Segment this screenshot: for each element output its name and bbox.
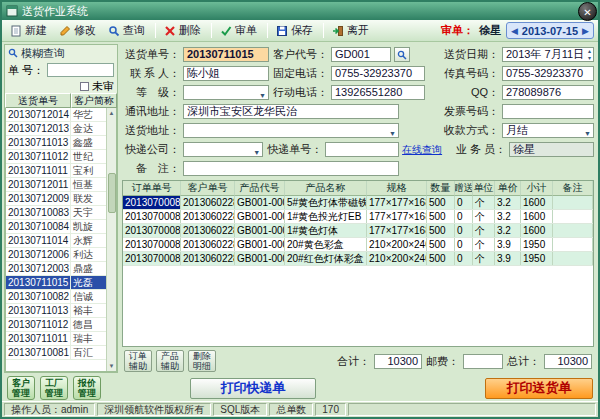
list-cell: 20130711013 [6, 137, 70, 148]
customer-search-button[interactable] [394, 47, 410, 62]
unreviewed-checkbox[interactable] [80, 82, 89, 91]
grade-select[interactable] [183, 85, 269, 100]
grid-row[interactable]: 201307000822013060228GB001-00041#黄色灯体177… [123, 224, 593, 238]
grid-cell: 210×200×240 [367, 238, 427, 251]
list-header-customer[interactable]: 客户简称 [71, 93, 117, 108]
contact-field[interactable]: 陈小姐 [183, 66, 269, 81]
grid-column-header[interactable]: 产品代号 [235, 181, 285, 196]
grid-row[interactable]: 201307000822013060228GB001-00031#黄色投光灯EB… [123, 210, 593, 224]
list-item[interactable]: 20130710084凯旋 [6, 220, 106, 234]
new-button[interactable]: 新建 [6, 21, 53, 40]
grid-column-header[interactable]: 单位 [473, 181, 495, 196]
form-row: 快递公司： 快递单号： 在线查询 业 务 员： 徐星 [122, 140, 594, 159]
customer-code-label: 客户代号： [272, 47, 328, 62]
grid-row[interactable]: 201307000822013060228GB001-00035#黄色灯体带磁铁… [123, 196, 593, 210]
print-delivery-button[interactable]: 打印送货单 [485, 378, 593, 399]
list-item[interactable]: 20130712009联发 [6, 192, 106, 206]
grid-cell: 2013060228 [181, 224, 235, 237]
list-item[interactable]: 20130712014华艺 [6, 108, 106, 122]
list-item[interactable]: 20130711012世纪 [6, 150, 106, 164]
invoice-field[interactable] [502, 104, 594, 119]
exit-button[interactable]: 离开 [328, 21, 375, 40]
delete-detail-button[interactable]: 删除明细 [188, 350, 216, 372]
grid-cell: 500 [427, 238, 455, 251]
grid-column-header[interactable]: 客户单号 [181, 181, 235, 196]
qq-field[interactable]: 278089876 [502, 85, 594, 100]
save-button[interactable]: 保存 [272, 21, 319, 40]
list-scrollbar[interactable]: ▲ ▼ [106, 108, 116, 371]
grid-column-header[interactable]: 规格 [367, 181, 427, 196]
quote-manage-button[interactable]: 报价管理 [73, 376, 101, 400]
list-item[interactable]: 20130710081百汇 [6, 346, 106, 360]
list-item[interactable]: 20130711012德昌 [6, 318, 106, 332]
grid-row[interactable]: 201307000822013060228GB001-000820#黄色彩盒21… [123, 238, 593, 252]
factory-manage-button[interactable]: 工厂管理 [40, 376, 68, 400]
grid-cell: 20130700082 [123, 196, 181, 209]
grid-column-header[interactable]: 单价 [495, 181, 521, 196]
product-assist-button[interactable]: 产品辅助 [156, 350, 184, 372]
statusbar-panel: SQL版本 [213, 403, 267, 416]
search-panel: 模糊查询 单 号： 未审 送货单号 客户简称 20130712014华艺2013… [4, 44, 118, 373]
scrollbar-thumb[interactable] [108, 173, 116, 213]
print-express-button[interactable]: 打印快递单 [190, 378, 316, 399]
grid-column-header[interactable]: 赠送 [455, 181, 473, 196]
delete-button[interactable]: 删除 [160, 21, 207, 40]
grid-column-header[interactable]: 小计 [521, 181, 553, 196]
postage-field[interactable] [463, 354, 503, 369]
grand-total-label: 总计： [507, 354, 540, 369]
list-item[interactable]: 20130711011宝利 [6, 164, 106, 178]
grid-cell: 1600 [521, 224, 553, 237]
list-item[interactable]: 20130711015光磊 [6, 276, 106, 290]
date-next-button[interactable]: ▶ [582, 26, 589, 36]
list-item[interactable]: 20130712011恒基 [6, 178, 106, 192]
express-no-field[interactable] [325, 142, 399, 157]
mobile-field[interactable]: 13926551280 [331, 85, 425, 100]
save-icon [276, 25, 288, 37]
address-field[interactable]: 深圳市宝安区龙华民治 [183, 104, 399, 119]
online-query-link[interactable]: 在线查询 [402, 143, 442, 157]
list-item[interactable]: 20130711013裕丰 [6, 304, 106, 318]
grid-cell: 500 [427, 224, 455, 237]
query-button[interactable]: 查询 [104, 21, 151, 40]
order-no-input[interactable] [47, 63, 114, 77]
close-button[interactable]: ✕ [578, 2, 597, 21]
delivery-date-field[interactable]: 2013年 7月11日 [502, 47, 594, 62]
fax-field[interactable]: 0755-32923370 [502, 66, 594, 81]
customer-code-field[interactable]: GD001 [331, 47, 391, 62]
salesman-field[interactable]: 徐星 [509, 142, 594, 157]
list-item[interactable]: 20130710083天宇 [6, 206, 106, 220]
payment-select[interactable]: 月结 [502, 123, 594, 138]
list-item[interactable]: 20130711014永辉 [6, 234, 106, 248]
list-item[interactable]: 20130712013金达 [6, 122, 106, 136]
form-row: 等 级： 行动电话： 13926551280 QQ： 278089876 [122, 83, 594, 102]
grid-cell: 1#黄色灯体 [285, 224, 367, 237]
list-item[interactable]: 20130712003鼎盛 [6, 262, 106, 276]
customer-manage-button[interactable]: 客户管理 [7, 376, 35, 400]
bottom-bar: 客户管理 工厂管理 报价管理 打印快递单 打印送货单 [2, 375, 598, 401]
grid-column-header[interactable]: 订单单号 [123, 181, 181, 196]
express-company-select[interactable] [183, 142, 263, 157]
list-item[interactable]: 20130712006利达 [6, 248, 106, 262]
grid-row[interactable]: 201307000822013060228GB001-000820#红色灯体彩盒… [123, 252, 593, 266]
list-item[interactable]: 20130711011瑞丰 [6, 332, 106, 346]
modify-button[interactable]: 修改 [55, 21, 102, 40]
list-item[interactable]: 20130711013鑫盛 [6, 136, 106, 150]
phone-field[interactable]: 0755-32923370 [331, 66, 425, 81]
scroll-up-icon[interactable]: ▲ [109, 108, 115, 118]
order-assist-button[interactable]: 订单辅助 [124, 350, 152, 372]
grid-cell: 20130700082 [123, 224, 181, 237]
date-navigator: ◀ 2013-07-15 ▶ [506, 22, 594, 39]
list-item[interactable]: 20130710082信诚 [6, 290, 106, 304]
date-prev-button[interactable]: ◀ [511, 26, 518, 36]
grid-column-header[interactable]: 备注 [553, 181, 593, 196]
delivery-no-field[interactable]: 20130711015 [183, 47, 269, 62]
audit-button[interactable]: 审单 [216, 21, 263, 40]
ship-address-select[interactable] [183, 123, 399, 138]
scroll-down-icon[interactable]: ▼ [109, 361, 115, 371]
content-area: 模糊查询 单 号： 未审 送货单号 客户简称 20130712014华艺2013… [2, 42, 598, 375]
list-header-delivery-no[interactable]: 送货单号 [5, 93, 71, 108]
remark-field[interactable] [183, 161, 399, 176]
grid-column-header[interactable]: 数量 [427, 181, 455, 196]
grid-column-header[interactable]: 产品名称 [285, 181, 367, 196]
grid-cell: GB001-0003 [235, 210, 285, 223]
